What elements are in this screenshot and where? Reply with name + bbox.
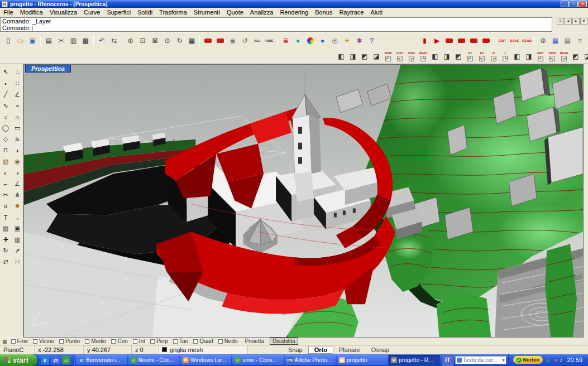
render-preset-2-button[interactable] [456,35,467,46]
osnap-int-checkbox[interactable]: Int [133,339,145,344]
surface-button[interactable]: ◇ [0,134,11,145]
crosshair-button[interactable]: ⊕ [537,35,549,46]
array-button[interactable]: ∺ [12,257,23,268]
osnap-nodo-checkbox[interactable]: Nodo [218,339,238,344]
osnap-fine-checkbox[interactable]: Fine [11,339,28,344]
view-r-button[interactable]: R◲ [488,50,499,63]
text-button[interactable]: T [0,212,11,223]
taskbar-task-button[interactable]: eBenvenuto i... [76,355,127,365]
taskbar-task-button[interactable]: PsAdobe Photo... [285,355,336,365]
command-scroll-left-button[interactable]: ◂ [565,18,572,25]
taskbar-search-input[interactable]: Testo da cer... ▾ [455,356,506,364]
point-button[interactable]: • [0,78,11,89]
osnap-tan-checkbox[interactable]: Tan [173,339,188,344]
osnap-cen-checkbox[interactable]: Cen [111,339,127,344]
hatch-button[interactable]: ▨ [0,223,11,234]
render-preset-1-button[interactable] [443,35,455,46]
render-preset-3-button[interactable] [468,35,480,46]
minimize-button[interactable]: _ [561,1,569,7]
view-edit-2-button[interactable]: EDIT◰ [535,50,546,63]
dock-handle-button[interactable]: ≡ [574,35,586,46]
view-read-button[interactable]: READ◳ [418,50,429,63]
freeform-curve-button[interactable]: ∿ [0,100,11,112]
view-cube-3-button[interactable]: ◩ [359,50,370,63]
view-edit-button[interactable]: EDIT◱ [394,50,405,63]
point-cloud-button[interactable]: ∷ [12,78,23,89]
zoom-extents-button[interactable]: ⊠ [149,35,161,46]
explode-button[interactable]: ✸ [12,201,23,212]
extrude-button[interactable]: ⊓ [0,145,11,156]
view-cube-10-button[interactable]: ◩ [570,50,581,63]
cplane-button[interactable]: PianoC [0,345,35,354]
fillet-button[interactable]: ⌐ [0,179,11,190]
loft-button[interactable]: ≋ [12,134,23,145]
rotate-button[interactable]: ↻ [0,245,11,257]
menu-solidi[interactable]: Solidi [134,8,156,16]
taskbar-task-button[interactable]: Rprogetto - R... [389,355,439,365]
menu-rendering[interactable]: Rendering [276,8,312,16]
command-expand-button[interactable]: ▾ [580,18,587,25]
block-button[interactable]: ▣ [12,223,23,234]
view-cube-9-button[interactable]: ◨ [523,50,534,63]
planare-toggle[interactable]: Planare [333,346,366,353]
cut-button[interactable]: ✂ [55,35,67,46]
box-button[interactable]: ▧ [0,156,11,167]
start-button[interactable]: start [0,354,37,366]
undo-button[interactable]: ↶ [96,35,108,46]
taskbar-task-button[interactable]: ☺Noemi - Con... [128,355,179,365]
menu-trasforma[interactable]: Trasforma [156,8,190,16]
view-cube-1-button[interactable]: ◧ [336,50,347,63]
internet-explorer-quicklaunch-button[interactable]: e [41,356,49,364]
shaded-mode-button[interactable] [304,35,316,46]
view-cube-6-button[interactable]: ◨ [441,50,452,63]
msn-messenger-quicklaunch-button[interactable]: ☺ [62,356,70,364]
spotlight-button[interactable]: ◉ [227,35,238,46]
osnap-vicino-checkbox[interactable]: Vicino [33,339,54,344]
arc-button[interactable]: ∩ [12,112,23,123]
boolean-union-button[interactable]: ◐ [0,167,11,179]
view-save-2-button[interactable]: SAVE◱ [547,50,558,63]
restore-button[interactable]: □ [570,1,578,7]
split-button[interactable]: ⋔ [12,190,23,201]
help-button[interactable]: ? [366,35,377,46]
close-button[interactable]: × [579,1,587,7]
title-bar[interactable]: R progetto - Rhinoceros - [Prospettica] … [0,0,588,8]
view-cube-8-button[interactable]: ◧ [511,50,523,63]
taskbar-task-button[interactable]: ☺simo - Conv... [232,355,283,365]
osnap-toggle[interactable]: Osnap [366,346,395,353]
view-cube-2-button[interactable]: ◨ [347,50,358,63]
save-tool-button[interactable]: SAVE [509,35,520,46]
view-cube-7-button[interactable]: ◩ [453,50,464,63]
ellipse-button[interactable]: ◯ [0,123,11,134]
search-dropdown-icon[interactable]: ▾ [503,358,505,363]
view-cube-11-button[interactable]: ◪ [582,50,588,63]
viewport-3d-scene[interactable]: x y [24,65,583,337]
print-button[interactable]: ▤ [43,35,55,46]
copy-button[interactable]: ▥ [68,35,79,46]
copy-object-button[interactable]: ▥ [12,234,23,245]
snap-grid-button[interactable]: ▤ [562,35,573,46]
osnap-punto-checkbox[interactable]: Punto [59,339,80,344]
render-lamp-button[interactable]: ☀ [341,35,353,46]
zoom-dynamic-button[interactable]: ⊕ [125,35,136,46]
menu-file[interactable]: File [0,8,17,16]
menu-strumenti[interactable]: Strumenti [190,8,223,16]
dimension-button[interactable]: ↔ [12,212,23,223]
align-grid-button[interactable]: ▦ [549,35,561,46]
menu-superfici[interactable]: Superfici [103,8,134,16]
menu-raytrace[interactable]: Raytrace [336,8,367,16]
osnap-quad-checkbox[interactable]: Quad [193,339,213,344]
interpolate-curve-button[interactable]: ≈ [12,100,23,112]
view-save-button[interactable]: SAVE◲ [406,50,417,63]
chamfer-button[interactable]: ∠ [12,179,23,190]
menu-visualizza[interactable]: Visualizza [46,8,80,16]
line-button[interactable]: ╱ [0,89,11,100]
rectangle-button[interactable]: ▭ [12,123,23,134]
menu-bonus[interactable]: Bonus [312,8,336,16]
language-indicator[interactable]: IT [442,354,453,366]
wireframe-mode-button[interactable]: ● [292,35,304,46]
view-et-button[interactable]: ET◰ [465,50,476,63]
view-cube-4-button[interactable]: ◪ [371,50,382,63]
taskbar-task-button[interactable]: ▤progetto [337,355,388,365]
rotate-view-button[interactable]: ↻ [174,35,185,46]
